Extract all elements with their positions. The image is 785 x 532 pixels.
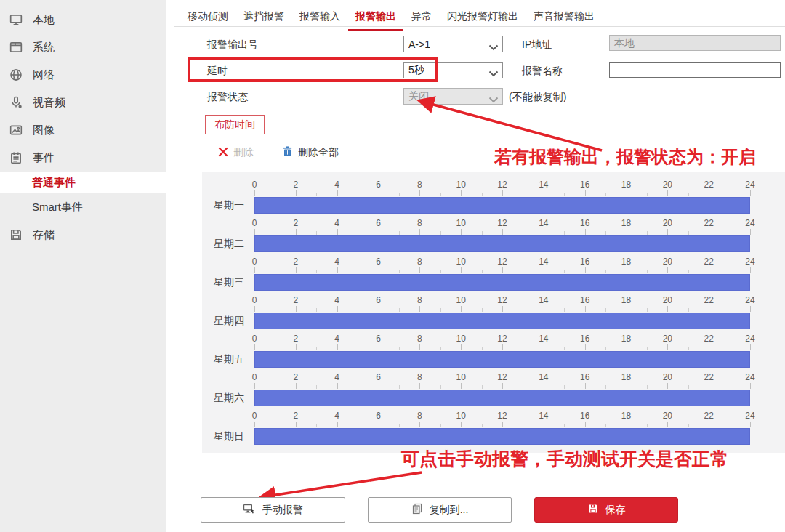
tab-video-tampering[interactable]: 遮挡报警	[236, 7, 291, 31]
tick-mark	[709, 344, 709, 350]
day-label: 星期二	[202, 235, 249, 252]
hour-tick-label: 4	[334, 295, 339, 305]
sidebar-item-image[interactable]: 图像	[0, 116, 166, 144]
sidebar-item-basic-event[interactable]: 普通事件	[0, 172, 166, 193]
schedule-bar[interactable]	[254, 197, 750, 214]
tick-mark	[585, 229, 586, 235]
window-icon	[9, 40, 23, 55]
tick-mark	[688, 385, 689, 389]
tick-mark	[461, 422, 462, 427]
schedule-row-6: 星期六024681012141618202224	[202, 372, 785, 411]
hour-tick-label: 10	[456, 180, 465, 190]
tick-mark	[337, 190, 338, 196]
hour-tick-label: 22	[704, 218, 713, 228]
tick-mark	[379, 229, 379, 235]
sidebar-item-label: 网络	[33, 68, 55, 82]
delay-select[interactable]: 5秒	[403, 62, 503, 78]
save-button[interactable]: 保存	[534, 497, 678, 523]
sidebar-item-system[interactable]: 系统	[0, 33, 166, 61]
cannot-copy-note: (不能被复制)	[509, 91, 566, 104]
schedule-bar[interactable]	[254, 313, 750, 329]
hour-tick-label: 10	[456, 411, 465, 421]
hour-tick-label: 4	[334, 180, 339, 190]
schedule-bar[interactable]	[254, 351, 750, 368]
tick-mark	[647, 231, 648, 235]
hour-tick-label: 0	[252, 257, 257, 267]
arming-schedule-tab[interactable]: 布防时间	[205, 115, 265, 134]
tick-mark	[482, 308, 483, 312]
hour-tick-label: 2	[293, 334, 298, 344]
tick-mark	[358, 231, 358, 235]
tick-mark	[419, 344, 420, 350]
copy-to-button[interactable]: 复制到...	[368, 497, 512, 523]
alarm-output-no-label: 报警输出号	[207, 39, 258, 52]
tick-mark	[296, 383, 297, 389]
sidebar-item-storage[interactable]: 存储	[0, 221, 166, 249]
tab-audio-alarm-output[interactable]: 声音报警输出	[526, 7, 602, 31]
schedule-track[interactable]	[254, 351, 750, 368]
tab-exception[interactable]: 异常	[404, 7, 439, 31]
tick-mark	[585, 422, 586, 427]
delete-all-button[interactable]: 删除全部	[282, 145, 339, 159]
hour-tick-label: 12	[497, 218, 507, 228]
manual-alarm-button[interactable]: 手动报警	[201, 497, 345, 523]
schedule-track[interactable]	[254, 235, 750, 252]
copy-icon	[411, 503, 423, 517]
sidebar-item-event[interactable]: 事件	[0, 144, 166, 172]
hour-tick-label: 10	[456, 295, 465, 305]
tick-mark	[627, 383, 627, 389]
tick-mark	[461, 344, 462, 350]
schedule-track[interactable]	[254, 197, 750, 214]
tick-mark	[502, 344, 503, 350]
chevron-down-icon	[488, 94, 499, 105]
tick-mark	[254, 229, 255, 235]
delete-x-icon	[218, 147, 228, 159]
schedule-track[interactable]	[254, 274, 750, 291]
schedule-track[interactable]	[254, 390, 750, 406]
alarm-output-no-select[interactable]: A->1	[403, 36, 503, 52]
tick-mark	[647, 270, 648, 273]
hour-tick-label: 6	[376, 295, 381, 305]
tick-mark	[627, 422, 627, 427]
hour-tick-label: 4	[334, 218, 339, 228]
ip-address-label: IP地址	[522, 39, 552, 52]
hour-tick-label: 4	[334, 411, 339, 421]
hour-tick-label: 18	[621, 218, 631, 228]
alarm-name-input[interactable]	[609, 62, 781, 78]
hour-tick-label: 22	[704, 180, 713, 190]
sidebar-item-network[interactable]: 网络	[0, 61, 166, 89]
sidebar-item-video-audio[interactable]: 视音频	[0, 89, 166, 116]
annotation-status-note: 若有报警输出，报警状态为：开启	[494, 145, 756, 169]
hour-tick-label: 16	[580, 295, 589, 305]
schedule-row-5: 星期五024681012141618202224	[202, 334, 785, 372]
tick-mark	[502, 383, 503, 389]
sidebar-item-smart-event[interactable]: Smart事件	[0, 193, 166, 221]
delete-button[interactable]: 删除	[218, 146, 254, 159]
schedule-bar[interactable]	[254, 235, 750, 252]
schedule-track[interactable]	[254, 313, 750, 329]
tab-alarm-input[interactable]: 报警输入	[292, 7, 347, 31]
tick-mark	[523, 193, 523, 196]
delete-all-label: 删除全部	[298, 146, 339, 159]
schedule-bar[interactable]	[254, 274, 750, 291]
tick-mark	[316, 193, 317, 196]
tick-mark	[564, 231, 565, 235]
alarm-status-select: 关闭	[403, 88, 503, 105]
sidebar-item-local[interactable]: 本地	[0, 6, 166, 33]
hour-tick-label: 8	[417, 334, 422, 344]
schedule-bar[interactable]	[254, 428, 750, 445]
tab-alarm-output[interactable]: 报警输出	[348, 7, 403, 31]
schedule-row-1: 星期一024681012141618202224	[202, 180, 785, 218]
schedule-track[interactable]	[254, 428, 750, 445]
tick-mark	[399, 385, 400, 389]
delay-value: 5秒	[408, 64, 424, 77]
tick-mark	[730, 231, 730, 235]
tick-mark	[399, 424, 400, 427]
tick-mark	[585, 267, 586, 273]
schedule-bar[interactable]	[254, 390, 750, 406]
tab-flash-light-output[interactable]: 闪光报警灯输出	[440, 7, 526, 31]
tab-motion-detection[interactable]: 移动侦测	[180, 7, 236, 31]
tick-mark	[523, 270, 523, 273]
schedule-row-3: 星期三024681012141618202224	[202, 257, 785, 295]
tick-mark	[254, 190, 255, 196]
